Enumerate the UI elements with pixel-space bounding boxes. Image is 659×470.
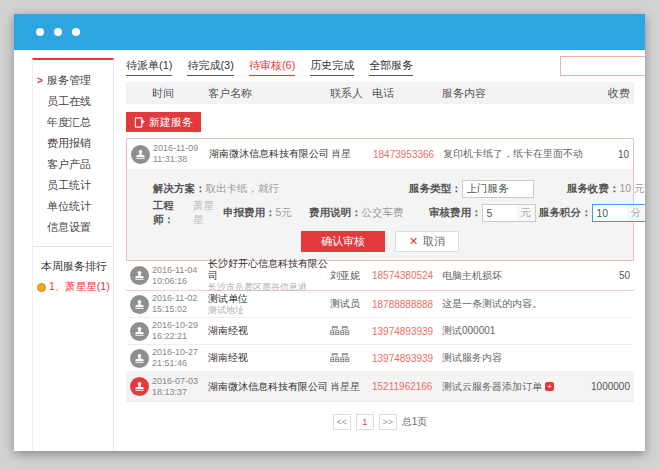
cancel-button[interactable]: ✕ 取消 [395,231,459,252]
sidebar-item-unit-stats[interactable]: > 单位统计 [33,196,113,217]
search-input[interactable] [560,56,645,76]
header-customer: 客户名称 [208,86,330,101]
form-buttons: 确认审核 ✕ 取消 [127,231,633,252]
new-service-icon [134,117,145,128]
tab-history[interactable]: 历史完成 [310,58,354,76]
review-form: 解决方案： 取出卡纸，就行 服务类型： 服务收费： 10 元 [127,169,633,260]
sidebar-item-customer-product[interactable]: > 客户产品 [33,154,113,175]
row-phone: 15211962166 [372,381,442,392]
row-content: 电脑主机损坏 [442,269,584,283]
engineer-value: 萧星星 [193,199,223,227]
table-row[interactable]: 2016-11-0410:06:16 长沙好开心信息科技有限公司长沙市岳麓区麓谷… [126,261,634,291]
expanded-row-block: 2016-11-0911:31:38 湖南微沐信息科技有限公司 肖星 18473… [126,138,634,261]
declared-fee-value: 5元 [276,206,292,220]
header-contact: 联系人 [330,86,372,101]
header-phone: 电话 [372,86,442,101]
tab-pending-complete[interactable]: 待完成(3) [187,58,233,76]
tabs: 待派单(1) 待完成(3) 待审核(6) 历史完成 全部服务 [126,58,413,76]
row-contact: 肖星星 [330,380,372,394]
row-content: 测试000001 [442,324,584,338]
stamp-icon [130,322,149,341]
sidebar-item-staff-online[interactable]: > 员工在线 [33,91,113,112]
window-content: > 服务管理 > 员工在线 > 年度汇总 > 费用报销 > 客户产品 > 员工统… [14,50,645,451]
weekly-rank-header: 本周服务排行 [33,255,113,280]
solution-label: 解决方案： [153,182,206,196]
rank-item-label: 1、萧星星(1) [49,280,110,294]
row-phone: 18473953366 [373,149,443,160]
row-time: 2016-10-2916:22:21 [152,320,208,342]
table-row[interactable]: 2016-10-2916:22:21 湖南经视 晶晶 13974893939 测… [126,318,634,345]
row-contact: 肖星 [331,147,373,161]
sidebar-item-expense[interactable]: > 费用报销 [33,133,113,154]
tab-pending-review[interactable]: 待审核(6) [249,58,295,76]
header-content: 服务内容 [442,86,584,101]
review-fee-label: 审核费用： [429,206,482,220]
window-titlebar [14,14,645,50]
row-address: 长沙市岳麓区麓谷信息港 [208,282,330,293]
sidebar-item-label: 年度汇总 [47,116,91,129]
review-fee-unit: 元 [517,205,536,221]
sidebar-item-label: 客户产品 [47,158,91,171]
weekly-rank-item[interactable]: 1、萧星星(1) [33,280,113,294]
sidebar-item-settings[interactable]: > 信息设置 [33,217,113,238]
row-customer: 湖南经视 [208,325,330,337]
new-service-label: 新建服务 [149,115,193,130]
row-customer: 长沙好开心信息科技有限公司长沙市岳麓区麓谷信息港 [208,258,330,293]
row-customer: 湖南微沐信息科技有限公司 [208,381,330,393]
points-input[interactable] [593,205,627,221]
service-type-input[interactable] [462,180,534,198]
row-phone: 13974893939 [372,326,442,337]
pagination-page-1[interactable]: 1 [356,414,374,430]
row-time: 2016-10-2721:51:46 [152,347,208,369]
sidebar-item-label: 服务管理 [47,74,91,87]
form-row-1: 解决方案： 取出卡纸，就行 服务类型： 服务收费： 10 元 [127,177,633,201]
main-panel: 待派单(1) 待完成(3) 待审核(6) 历史完成 全部服务 时间 客户名称 联… [126,50,645,451]
row-content: 测试云服务器添加订单+ [442,380,584,394]
medal-icon [37,283,46,292]
row-customer: 湖南微沐信息科技有限公司 [209,148,331,160]
sidebar-item-label: 费用报销 [47,137,91,150]
row-content: 测试服务内容 [442,351,584,365]
stamp-icon [130,349,149,368]
row-fee: 10 [583,149,633,160]
window-dot-icon[interactable] [54,28,62,36]
service-fee-label: 服务收费： [567,182,620,196]
form-row-2: 工程师： 萧星星 申报费用： 5元 费用说明： 公交车费 审核费用： [127,201,633,225]
sidebar-item-annual-summary[interactable]: > 年度汇总 [33,112,113,133]
solution-value: 取出卡纸，就行 [206,182,280,196]
points-label: 服务积分： [539,206,592,220]
row-time: 2016-11-0911:31:38 [153,143,209,165]
header-time: 时间 [152,88,208,99]
table-row[interactable]: 2016-11-0215:15:02 测试单位测试地址 测试员 18788888… [126,291,634,318]
table-row[interactable]: 2016-07-0318:13:37 湖南微沐信息科技有限公司 肖星星 1521… [126,372,634,402]
new-service-button[interactable]: 新建服务 [126,112,201,132]
pagination-last-button[interactable]: >> [379,414,397,430]
row-phone: 13974893939 [372,353,442,364]
sidebar-item-label: 员工统计 [47,179,91,192]
table-header: 时间 客户名称 联系人 电话 服务内容 收费 [126,82,634,104]
cancel-label: 取消 [423,234,445,249]
sidebar-item-label: 信息设置 [47,221,91,234]
row-contact: 刘亚妮 [330,269,372,283]
row-contact: 晶晶 [330,351,372,365]
row-time: 2016-07-0318:13:37 [152,376,208,398]
row-fee: 1000000 [584,381,634,392]
sidebar-item-staff-stats[interactable]: > 员工统计 [33,175,113,196]
table-row[interactable]: 2016-11-0911:31:38 湖南微沐信息科技有限公司 肖星 18473… [127,139,633,169]
service-fee-value: 10 元 [620,182,645,196]
tab-all-services[interactable]: 全部服务 [369,58,413,76]
tab-pending-dispatch[interactable]: 待派单(1) [126,58,172,76]
pagination-first-button[interactable]: << [333,414,351,430]
points-unit: 分 [627,205,646,221]
review-fee-input[interactable] [483,205,517,221]
row-fee: 50 [584,270,634,281]
window-dot-icon[interactable] [72,28,80,36]
sidebar-item-service-management[interactable]: > 服务管理 [33,70,113,91]
row-phone: 18788888888 [372,299,442,310]
row-customer: 湖南经视 [208,352,330,364]
confirm-review-button[interactable]: 确认审核 [301,231,385,252]
order-badge-icon: + [545,382,554,391]
table-row[interactable]: 2016-10-2721:51:46 湖南经视 晶晶 13974893939 测… [126,345,634,372]
app-window: > 服务管理 > 员工在线 > 年度汇总 > 费用报销 > 客户产品 > 员工统… [14,14,645,451]
window-dot-icon[interactable] [36,28,44,36]
